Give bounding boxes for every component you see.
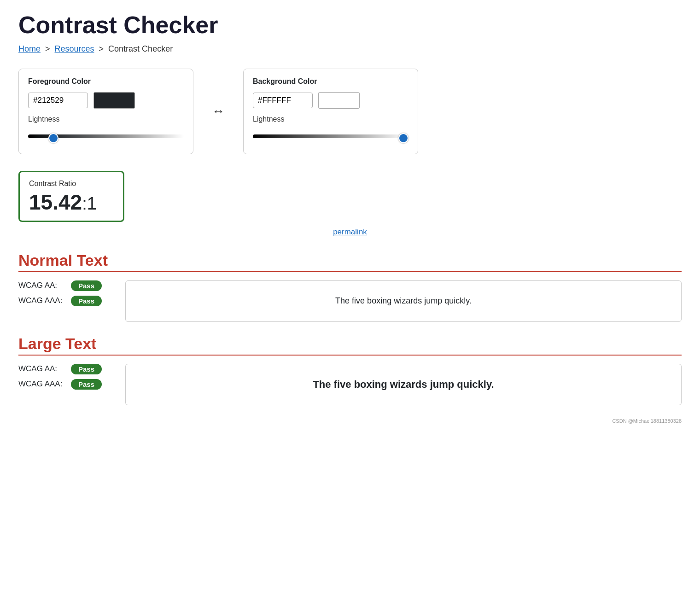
- foreground-legend: Foreground Color: [28, 77, 184, 86]
- normal-wcag-aa-badge: Pass: [71, 280, 102, 291]
- normal-wcag-aaa-item: WCAG AAA: Pass: [18, 296, 111, 306]
- foreground-swatch: [93, 92, 135, 109]
- breadcrumb-current: Contrast Checker: [108, 44, 173, 53]
- background-hex-input[interactable]: [253, 93, 313, 108]
- background-lightness-label: Lightness: [253, 115, 408, 123]
- normal-wcag-aa-label: WCAG AA:: [18, 281, 64, 290]
- large-wcag-aa-badge: Pass: [71, 364, 102, 374]
- foreground-slider-wrapper: [28, 128, 184, 145]
- contrast-ratio-value: 15.42:1: [29, 191, 114, 214]
- watermark: CSDN @Michael18811380328: [18, 418, 682, 424]
- breadcrumb-resources[interactable]: Resources: [55, 44, 94, 53]
- background-legend: Background Color: [253, 77, 408, 86]
- normal-text-heading: Normal Text: [18, 251, 682, 269]
- page-title: Contrast Checker: [18, 11, 682, 39]
- contrast-ratio-number: 15.42: [29, 190, 82, 214]
- large-text-preview-box: The five boxing wizards jump quickly.: [125, 364, 682, 405]
- normal-text-wcag-row: WCAG AA: Pass WCAG AAA: Pass The five bo…: [18, 280, 682, 322]
- large-wcag-aaa-item: WCAG AAA: Pass: [18, 379, 111, 390]
- large-text-divider: [18, 355, 682, 356]
- large-wcag-aa-label: WCAG AA:: [18, 364, 64, 373]
- background-swatch: [318, 92, 360, 109]
- normal-text-preview-box: The five boxing wizards jump quickly.: [125, 280, 682, 322]
- background-slider-wrapper: [253, 128, 408, 145]
- permalink-link[interactable]: permalink: [18, 228, 682, 237]
- foreground-lightness-slider[interactable]: [28, 133, 184, 140]
- foreground-color-panel: Foreground Color Lightness: [18, 69, 193, 154]
- large-text-wcag-row: WCAG AA: Pass WCAG AAA: Pass The five bo…: [18, 364, 682, 405]
- normal-text-preview: The five boxing wizards jump quickly.: [335, 296, 472, 306]
- normal-text-wcag-labels: WCAG AA: Pass WCAG AAA: Pass: [18, 280, 111, 306]
- foreground-input-row: [28, 92, 184, 109]
- background-lightness-slider[interactable]: [253, 133, 408, 140]
- normal-wcag-aaa-label: WCAG AAA:: [18, 296, 64, 305]
- large-wcag-aaa-label: WCAG AAA:: [18, 379, 64, 389]
- foreground-lightness-label: Lightness: [28, 115, 184, 123]
- large-wcag-aa-item: WCAG AA: Pass: [18, 364, 111, 374]
- contrast-ratio-box: Contrast Ratio 15.42:1: [18, 171, 124, 222]
- large-text-preview: The five boxing wizards jump quickly.: [313, 379, 494, 391]
- normal-wcag-aa-item: WCAG AA: Pass: [18, 280, 111, 291]
- normal-wcag-aaa-badge: Pass: [71, 296, 102, 306]
- color-panels: Foreground Color Lightness ↔ Background …: [18, 69, 682, 154]
- contrast-ratio-label: Contrast Ratio: [29, 180, 114, 188]
- background-color-panel: Background Color Lightness: [243, 69, 418, 154]
- foreground-hex-input[interactable]: [28, 93, 88, 108]
- breadcrumb: Home > Resources > Contrast Checker: [18, 44, 682, 54]
- normal-text-divider: [18, 271, 682, 272]
- background-input-row: [253, 92, 408, 109]
- large-wcag-aaa-badge: Pass: [71, 379, 102, 390]
- breadcrumb-home[interactable]: Home: [18, 44, 41, 53]
- swap-colors-button[interactable]: ↔: [212, 104, 225, 119]
- large-text-heading: Large Text: [18, 335, 682, 353]
- large-text-wcag-labels: WCAG AA: Pass WCAG AAA: Pass: [18, 364, 111, 390]
- contrast-ratio-suffix: :1: [82, 194, 97, 213]
